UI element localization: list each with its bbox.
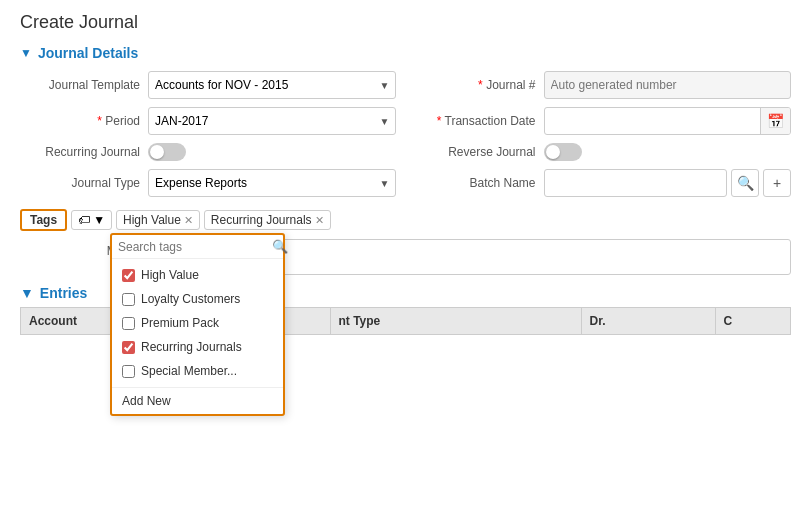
journal-template-select[interactable]: Accounts for NOV - 2015 — [148, 71, 396, 99]
tag-option-loyalty-customers[interactable]: Loyalty Customers — [112, 287, 283, 311]
tag-option-recurring-journals[interactable]: Recurring Journals — [112, 335, 283, 359]
journal-type-select-wrapper: Expense Reports ▼ — [148, 169, 396, 197]
col-dr: Dr. — [582, 308, 716, 334]
period-row: Period JAN-2017 ▼ — [20, 107, 396, 135]
journal-type-row: Journal Type Expense Reports ▼ — [20, 169, 396, 197]
batch-add-button[interactable]: + — [763, 169, 791, 197]
journal-number-label: Journal # — [416, 78, 536, 92]
calendar-icon[interactable]: 📅 — [760, 108, 790, 134]
col-nt-type: nt Type — [331, 308, 582, 334]
tags-search-row: 🔍 — [112, 235, 283, 259]
period-label: Period — [20, 114, 140, 128]
tag-chip-high-value[interactable]: High Value ✕ — [116, 210, 200, 230]
tag-option-recurring-journals-checkbox[interactable] — [122, 341, 135, 354]
entries-chevron-icon: ▼ — [20, 285, 34, 301]
tag-chip-high-value-label: High Value — [123, 213, 181, 227]
journal-template-label: Journal Template — [20, 78, 140, 92]
tag-option-special-member-checkbox[interactable] — [122, 365, 135, 378]
tag-option-special-member[interactable]: Special Member... — [112, 359, 283, 383]
tags-search-icon[interactable]: 🔍 — [272, 239, 288, 254]
tags-icon-button[interactable]: 🏷 ▼ — [71, 210, 112, 230]
tag-option-high-value-checkbox[interactable] — [122, 269, 135, 282]
tag-option-recurring-journals-label: Recurring Journals — [141, 340, 242, 354]
transaction-date-row: Transaction Date 21/01/2017 📅 — [416, 107, 792, 135]
tag-dropdown-arrow-icon: ▼ — [93, 213, 105, 227]
journal-type-label: Journal Type — [20, 176, 140, 190]
recurring-journal-toggle-knob — [150, 145, 164, 159]
journal-number-row: Journal # — [416, 71, 792, 99]
batch-name-label: Batch Name — [416, 176, 536, 190]
tag-option-premium-pack-label: Premium Pack — [141, 316, 219, 330]
tag-option-special-member-label: Special Member... — [141, 364, 237, 378]
batch-name-row: Batch Name Nov - Dec 🔍 + — [416, 169, 792, 197]
period-select-wrapper: JAN-2017 ▼ — [148, 107, 396, 135]
journal-details-label: Journal Details — [38, 45, 138, 61]
reverse-journal-toggle-knob — [546, 145, 560, 159]
tag-option-premium-pack[interactable]: Premium Pack — [112, 311, 283, 335]
tag-chip-recurring-journals-remove-icon[interactable]: ✕ — [315, 214, 324, 227]
reverse-journal-label: Reverse Journal — [416, 145, 536, 159]
page-title: Create Journal — [20, 12, 791, 33]
recurring-journal-row: Recurring Journal — [20, 143, 396, 161]
recurring-journal-label: Recurring Journal — [20, 145, 140, 159]
journal-template-select-wrapper: Accounts for NOV - 2015 ▼ — [148, 71, 396, 99]
tags-dropdown: 🔍 High Value Loyalty Customers Premium P… — [110, 233, 285, 416]
tags-add-new-button[interactable]: Add New — [112, 387, 283, 414]
journal-type-select[interactable]: Expense Reports — [148, 169, 396, 197]
period-select[interactable]: JAN-2017 — [148, 107, 396, 135]
tag-chip-high-value-remove-icon[interactable]: ✕ — [184, 214, 193, 227]
batch-search-button[interactable]: 🔍 — [731, 169, 759, 197]
tags-dropdown-list: High Value Loyalty Customers Premium Pac… — [112, 259, 283, 387]
tag-option-high-value-label: High Value — [141, 268, 199, 282]
chevron-icon: ▼ — [20, 46, 32, 60]
tag-option-high-value[interactable]: High Value — [112, 263, 283, 287]
tags-search-input[interactable] — [118, 240, 268, 254]
batch-name-input[interactable]: Nov - Dec — [544, 169, 728, 197]
entries-section-label: Entries — [40, 285, 87, 301]
tags-label[interactable]: Tags — [20, 209, 67, 231]
col-c: C — [716, 308, 791, 334]
tags-section: Tags 🏷 ▼ High Value ✕ Recurring Journals… — [20, 205, 791, 235]
tag-icon: 🏷 — [78, 213, 90, 227]
journal-number-input — [544, 71, 792, 99]
reverse-journal-row: Reverse Journal — [416, 143, 792, 161]
recurring-journal-toggle[interactable] — [148, 143, 186, 161]
reverse-journal-toggle[interactable] — [544, 143, 582, 161]
tag-option-premium-pack-checkbox[interactable] — [122, 317, 135, 330]
journal-details-section-header[interactable]: ▼ Journal Details — [20, 45, 791, 61]
journal-template-row: Journal Template Accounts for NOV - 2015… — [20, 71, 396, 99]
tags-bar: Tags 🏷 ▼ High Value ✕ Recurring Journals… — [20, 205, 791, 235]
tag-chip-recurring-journals-label: Recurring Journals — [211, 213, 312, 227]
transaction-date-label: Transaction Date — [416, 114, 536, 128]
tag-option-loyalty-customers-checkbox[interactable] — [122, 293, 135, 306]
batch-name-input-group: Nov - Dec 🔍 + — [544, 169, 792, 197]
transaction-date-input[interactable]: 21/01/2017 — [545, 110, 761, 132]
tag-option-loyalty-customers-label: Loyalty Customers — [141, 292, 240, 306]
tag-chip-recurring-journals[interactable]: Recurring Journals ✕ — [204, 210, 331, 230]
transaction-date-wrapper: 21/01/2017 📅 — [544, 107, 792, 135]
